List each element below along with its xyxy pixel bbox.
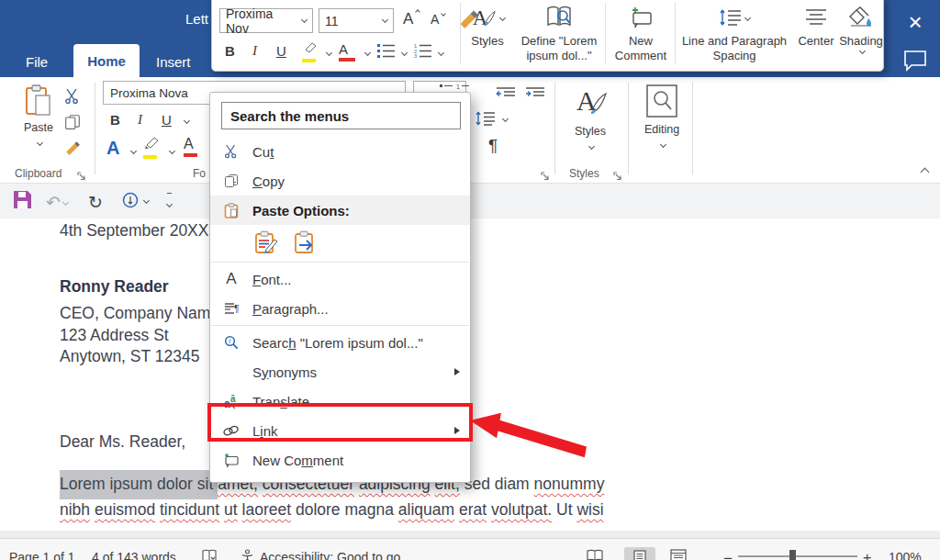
increase-indent-button[interactable] [525,86,545,103]
read-mode-button[interactable] [586,549,604,560]
comments-icon[interactable] [903,50,927,75]
mini-styles-button[interactable]: A Styles [464,1,511,69]
paragraph-dialog-launcher[interactable] [541,168,550,177]
mini-font-name-combo[interactable]: Proxima Nov [219,8,313,33]
editing-chevron[interactable] [660,141,666,148]
text-effects-chevron[interactable] [130,148,137,154]
zoom-level[interactable]: 100% [889,550,922,560]
shading-chevron[interactable] [859,48,866,54]
underline-button[interactable]: U [162,112,172,128]
paste-button[interactable]: Paste [13,84,64,151]
menu-item-cut[interactable]: Cut [210,137,470,166]
paste-keep-source-formatting-button[interactable] [252,229,280,256]
menu-search-input[interactable] [221,102,461,129]
shading-icon [849,6,873,28]
web-layout-button[interactable] [670,549,687,560]
zoom-slider-track[interactable] [738,555,857,557]
mini-font-color-button[interactable]: A [339,41,355,62]
define-button[interactable]: Define "Lorem ipsum dol..." [517,1,601,69]
svg-text:¶: ¶ [234,304,239,314]
line-spacing-chevron[interactable] [502,116,509,122]
text-effects-button[interactable]: A [106,138,119,159]
format-painter-button[interactable] [64,140,81,160]
cut-button[interactable] [64,88,81,108]
italic-button[interactable]: I [138,112,142,128]
proofing-errors-icon[interactable] [202,549,218,560]
accessibility-status[interactable]: Accessibility: Good to go [260,550,400,560]
editing-icon [644,83,679,119]
accessibility-icon[interactable] [241,549,254,560]
zoom-slider-handle[interactable] [789,550,796,560]
copy-button[interactable] [64,114,81,134]
clipboard-dialog-launcher[interactable] [77,168,86,177]
touch-mode-chevron[interactable] [143,196,150,203]
print-layout-button[interactable] [624,547,655,560]
paragraph-dialog-icon: ¶ [222,301,241,316]
bold-button[interactable]: B [110,112,120,128]
menu-item-copy[interactable]: Copy [210,166,470,196]
collapse-ribbon-chevron[interactable] [921,168,930,177]
styles-dialog-launcher[interactable] [613,168,622,177]
menu-item-search-selection[interactable]: i Search "Lorem ipsum dol..." [210,328,470,357]
grow-font-button[interactable]: A [403,10,420,28]
close-window-button[interactable]: × [900,7,931,37]
mini-new-comment-button[interactable]: New Comment [609,1,673,69]
editing-button[interactable]: Editing [635,83,688,152]
mini-highlight-chevron[interactable] [326,50,332,56]
address-line: 123 Address St [60,326,169,345]
font-color-button[interactable]: A [184,136,197,157]
mini-font-color-chevron[interactable] [364,50,371,56]
show-formatting-button[interactable]: ¶ [488,136,498,156]
salutation: Dear Ms. Reader, [60,432,185,452]
mini-bold-button[interactable]: B [225,43,235,59]
mini-highlight-button[interactable] [302,41,320,62]
highlight-button[interactable] [143,136,162,159]
tab-home[interactable]: Home [73,44,140,77]
paste-keep-text-only-button[interactable] [292,229,319,256]
mini-numbering-button[interactable]: 123 [414,43,432,62]
highlight-chevron[interactable] [169,148,175,154]
mini-font-size-combo[interactable]: 11 [319,8,394,33]
styles-chevron[interactable] [588,143,595,150]
save-button[interactable] [12,189,33,210]
line-paragraph-spacing-button[interactable]: Line and Paragraph Spacing [678,1,790,69]
mini-bullets-chevron[interactable] [401,50,408,56]
underline-dropdown-chevron[interactable] [184,118,190,124]
line-spacing-button[interactable] [475,110,497,130]
zoom-in-button[interactable]: + [863,550,871,560]
font-group-label: Fo [193,167,206,180]
mini-underline-button[interactable]: U [276,43,286,59]
menu-item-font[interactable]: A Font... [210,264,470,294]
decrease-indent-button[interactable] [496,86,516,103]
body-line-2: nibh euismod tincidunt ut laoreet dolore… [60,500,604,520]
redo-button[interactable]: ↻ [88,192,103,213]
page-bottom-gap [0,531,940,538]
line-spacing-mini-chevron[interactable] [744,14,751,20]
center-align-button[interactable]: Center [794,1,838,69]
styles-button[interactable]: A Styles [562,83,619,154]
word-count[interactable]: 4 of 143 words [92,550,176,560]
mini-italic-button[interactable]: I [252,43,257,59]
tab-insert[interactable]: Insert [143,46,204,77]
mini-numbering-chevron[interactable] [438,50,444,56]
menu-item-synonyms[interactable]: Synonyms [210,357,470,386]
menu-item-new-comment[interactable]: New Comment [210,445,470,475]
page-indicator[interactable]: Page 1 of 1 [9,550,75,560]
menu-item-paragraph[interactable]: ¶ Paragraph... [210,294,470,323]
cut-icon [222,144,241,159]
zoom-out-button[interactable]: − [723,550,733,560]
tab-file[interactable]: File [13,46,61,77]
shrink-font-button[interactable]: A [431,12,445,27]
shading-button[interactable]: Shading [842,1,880,69]
styles-icon: A [470,4,498,31]
font-color-bar [184,153,197,157]
menu-separator [211,262,469,263]
mini-styles-chevron[interactable] [499,14,506,20]
touch-mouse-mode-button[interactable] [121,190,149,210]
copy-icon [222,174,241,188]
paste-options-row [210,225,470,260]
mini-bullets-button[interactable] [377,43,396,62]
undo-button[interactable]: ↶ [46,192,68,213]
paste-dropdown-chevron[interactable] [37,140,43,146]
customize-qat-button[interactable] [167,193,172,212]
